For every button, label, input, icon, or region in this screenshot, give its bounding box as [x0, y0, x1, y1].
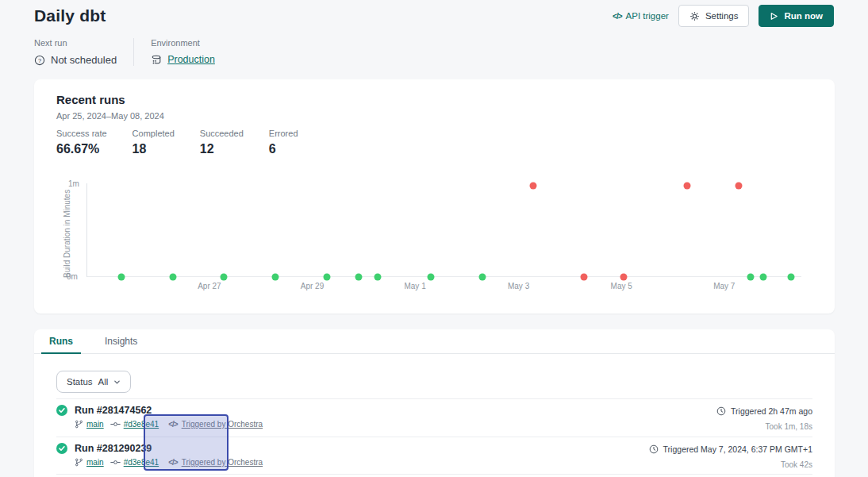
- chart-run-dot-success[interactable]: [220, 274, 227, 281]
- stat-errored: Errored 6: [269, 129, 304, 156]
- clock-icon: [716, 406, 726, 416]
- tab-runs[interactable]: Runs: [48, 329, 75, 353]
- recent-runs-card: Recent runs Apr 25, 2024–May 08, 2024 Su…: [34, 79, 835, 314]
- run-timing: Triggered May 7, 2024, 6:37 PM GMT+1 Too…: [649, 437, 812, 474]
- status-filter-label: Status: [67, 377, 93, 387]
- tabs-bar: Runs Insights: [34, 329, 835, 354]
- schedule-question-icon: ?: [34, 55, 45, 66]
- page-header: Daily dbt </> API trigger Settings Run n…: [34, 2, 834, 30]
- stat-success-rate: Success rate 66.67%: [56, 129, 107, 156]
- environment-block: Environment Production: [151, 38, 215, 66]
- run-now-label: Run now: [784, 11, 823, 21]
- chart-ytick-1m: 1m: [68, 179, 79, 188]
- next-run-label: Next run: [34, 38, 117, 48]
- chart-run-dot-success[interactable]: [427, 274, 434, 281]
- chevron-down-icon: [113, 379, 121, 386]
- git-branch-icon: [75, 458, 83, 467]
- chart-xtick: Apr 27: [198, 282, 221, 290]
- environment-link[interactable]: Production: [167, 54, 215, 65]
- environment-database-icon: [151, 54, 162, 65]
- environment-label: Environment: [151, 38, 215, 48]
- chart-ytick-0m: 0m: [67, 272, 78, 281]
- git-commit-icon: [110, 459, 121, 466]
- chart-run-dot-success[interactable]: [355, 274, 363, 281]
- chart-xtick: May 5: [611, 282, 632, 290]
- runs-card: Runs Insights Status All Run #281474562: [34, 329, 835, 477]
- chart-run-dot-success[interactable]: [747, 274, 755, 281]
- api-trigger-link[interactable]: </> API trigger: [613, 11, 669, 21]
- chart-run-dot-success[interactable]: [478, 274, 486, 281]
- stats-row: Success rate 66.67% Completed 18 Succeed…: [56, 129, 329, 156]
- api-trigger-label: API trigger: [626, 11, 669, 21]
- job-meta: Next run ? Not scheduled Environment Pro…: [34, 38, 215, 66]
- chart-plot: 1m 0m Apr 27Apr 29May 1May 3May 5May 7: [86, 183, 801, 277]
- commit-link[interactable]: #d3e8e41: [110, 420, 159, 429]
- header-actions: </> API trigger Settings Run now: [613, 5, 834, 27]
- chart-run-dot-success[interactable]: [374, 274, 382, 281]
- chart-run-dot-success[interactable]: [118, 274, 125, 281]
- run-took-text: Took 42s: [649, 460, 812, 469]
- chart-xtick: May 7: [713, 282, 735, 290]
- triggered-by-link[interactable]: </> Triggered by Orchestra: [168, 420, 263, 429]
- chart-run-dot-success[interactable]: [760, 274, 767, 281]
- meta-divider: [133, 38, 134, 66]
- commit-link[interactable]: #d3e8e41: [110, 458, 159, 467]
- next-run-block: Next run ? Not scheduled: [34, 38, 117, 66]
- chart-run-dot-success[interactable]: [788, 274, 795, 281]
- status-filter-dropdown[interactable]: Status All: [56, 371, 131, 393]
- stat-completed: Completed 18: [133, 129, 175, 156]
- code-icon: </>: [168, 420, 177, 429]
- code-icon: </>: [613, 12, 621, 21]
- code-icon: </>: [168, 458, 177, 467]
- triggered-by-link[interactable]: </> Triggered by Orchestra: [168, 458, 263, 467]
- chart-run-dot-error[interactable]: [529, 183, 536, 190]
- status-filter-value: All: [98, 377, 109, 387]
- run-row-281474562[interactable]: Run #281474562 main #d3e8e41: [56, 398, 812, 437]
- run-triggered-text: Triggered May 7, 2024, 6:37 PM GMT+1: [663, 444, 812, 454]
- chart-run-dot-error[interactable]: [620, 274, 627, 281]
- chart-run-dot-error[interactable]: [581, 274, 588, 281]
- svg-text:?: ?: [38, 56, 41, 63]
- run-row-281290239[interactable]: Run #281290239 main #d3e8e41: [56, 437, 812, 475]
- success-check-icon: [56, 405, 67, 416]
- chart-run-dot-error[interactable]: [735, 183, 742, 190]
- chart-xtick: May 1: [404, 282, 425, 290]
- chart-run-dot-success[interactable]: [324, 274, 331, 281]
- stat-succeeded: Succeeded 12: [200, 129, 244, 156]
- chart-y-axis-label: Build Duration in Minutes: [63, 183, 71, 278]
- chart-xtick: May 3: [508, 282, 529, 290]
- branch-link[interactable]: main: [75, 458, 104, 467]
- environment-value: Production: [151, 54, 215, 65]
- gear-icon: [689, 11, 700, 21]
- recent-runs-title: Recent runs: [56, 93, 125, 106]
- settings-button[interactable]: Settings: [678, 5, 750, 27]
- run-triggered-text: Triggered 2h 47m ago: [731, 406, 812, 416]
- branch-link[interactable]: main: [75, 420, 104, 429]
- run-info: Run #281474562 main #d3e8e41: [56, 399, 263, 437]
- clock-icon: [649, 444, 659, 454]
- run-now-button[interactable]: Run now: [759, 5, 834, 27]
- chart-xtick: Apr 29: [301, 282, 324, 290]
- run-info: Run #281290239 main #d3e8e41: [56, 437, 263, 474]
- success-check-icon: [56, 443, 67, 454]
- recent-runs-date-range: Apr 25, 2024–May 08, 2024: [56, 111, 164, 121]
- chart-baseline: [87, 276, 801, 277]
- settings-label: Settings: [705, 11, 739, 21]
- next-run-value: ? Not scheduled: [34, 54, 117, 66]
- play-icon: [770, 12, 778, 21]
- runs-list: Run #281474562 main #d3e8e41: [56, 398, 812, 475]
- run-timing: Triggered 2h 47m ago Took 1m, 18s: [716, 399, 812, 437]
- run-title[interactable]: Run #281290239: [75, 443, 152, 454]
- tab-insights[interactable]: Insights: [103, 329, 139, 353]
- page-title: Daily dbt: [34, 6, 106, 25]
- run-title[interactable]: Run #281474562: [75, 405, 152, 416]
- chart-run-dot-success[interactable]: [170, 274, 177, 281]
- git-commit-icon: [110, 421, 121, 428]
- chart-run-dot-error[interactable]: [684, 183, 691, 190]
- run-took-text: Took 1m, 18s: [716, 422, 812, 431]
- chart-run-dot-success[interactable]: [271, 274, 278, 281]
- git-branch-icon: [75, 420, 83, 429]
